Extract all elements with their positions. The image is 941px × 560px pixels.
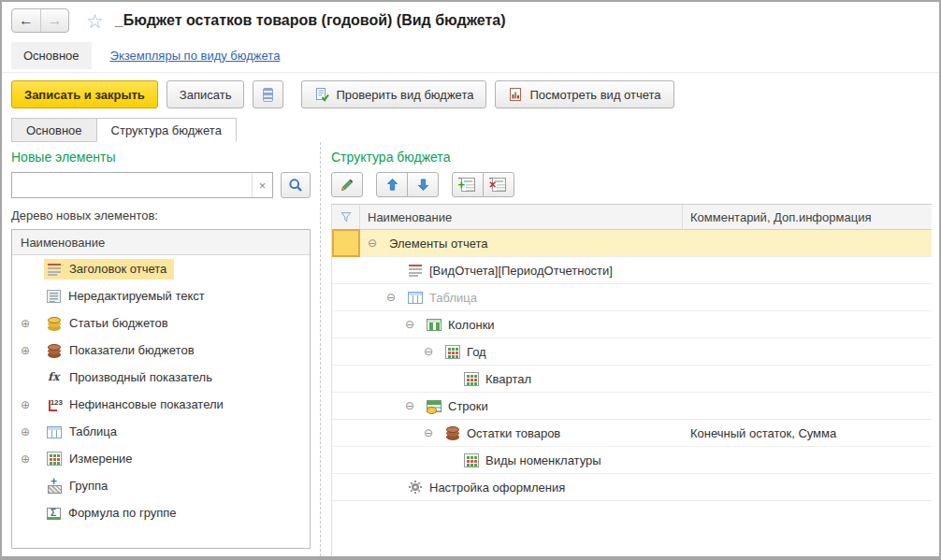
pencil-icon — [340, 178, 355, 193]
table-row[interactable]: [ВидОтчета][ПериодОтчетности] — [332, 257, 932, 284]
list-item-group[interactable]: Группа — [12, 472, 310, 499]
row-comment — [683, 257, 932, 283]
list-item-derived-indicator[interactable]: Производный показатель — [12, 364, 310, 391]
table-columns-icon — [47, 426, 62, 438]
list-item-report-header[interactable]: Заголовок отчета — [12, 255, 310, 282]
row-comment — [683, 366, 932, 392]
expand-all-button[interactable] — [452, 172, 484, 197]
table-row[interactable]: Таблица — [332, 284, 932, 311]
coins-brown-icon — [47, 343, 62, 358]
expand-plus-icon[interactable] — [21, 452, 44, 466]
coins-gold-icon — [47, 316, 62, 331]
row-label: Строки — [448, 399, 488, 413]
favorite-star-icon[interactable]: ☆ — [86, 11, 104, 31]
group-icon — [47, 479, 62, 494]
table-row[interactable]: Виды номенклатуры — [332, 447, 932, 474]
item-label: Формула по группе — [68, 506, 177, 520]
row-indicator-cell — [332, 311, 360, 337]
row-comment: Конечный остаток, Сумма — [683, 420, 932, 446]
list-item-group-formula[interactable]: Формула по группе — [12, 499, 310, 526]
clear-search-icon[interactable]: × — [252, 173, 272, 197]
table-row[interactable]: Элементы отчета — [332, 230, 932, 257]
table-row[interactable]: Настройка оформления — [332, 474, 932, 501]
item-label: Показатели бюджетов — [69, 343, 195, 357]
collapse-minus-icon[interactable] — [424, 345, 439, 358]
tree-column-header[interactable]: Наименование — [12, 230, 310, 255]
view-report-form-button[interactable]: Посмотреть вид отчета — [495, 80, 673, 108]
move-down-button[interactable] — [407, 172, 439, 197]
command-bar: Записать и закрыть Записать Проверить ви… — [2, 73, 939, 116]
list-item-table[interactable]: Таблица — [12, 418, 310, 445]
section-nav-bar: Основное Экземпляры по виду бюджета — [2, 39, 939, 73]
funnel-icon — [340, 210, 353, 223]
item-label: Производный показатель — [69, 370, 212, 384]
table-row[interactable]: Остатки товаров Конечный остаток, Сумма — [332, 420, 932, 447]
row-comment — [683, 474, 932, 500]
expand-plus-icon[interactable] — [21, 425, 44, 438]
dimension-grid-icon — [47, 452, 62, 466]
new-elements-title: Новые элементы — [11, 150, 311, 165]
row-label: Виды номенклатуры — [485, 453, 601, 467]
tab-main[interactable]: Основное — [11, 118, 97, 142]
search-input[interactable] — [12, 173, 252, 197]
collapse-all-button[interactable] — [483, 172, 514, 197]
table-row[interactable]: Квартал — [332, 366, 932, 393]
search-button[interactable] — [281, 172, 311, 198]
collapse-minus-icon[interactable] — [405, 399, 420, 412]
row-label: Настройка оформления — [429, 481, 565, 495]
list-item-budget-indicators[interactable]: Показатели бюджетов — [12, 337, 310, 364]
table-row[interactable]: Колонки — [332, 311, 932, 338]
row-label: Остатки товаров — [467, 426, 560, 440]
filter-header-cell[interactable] — [332, 205, 360, 229]
section-main[interactable]: Основное — [11, 42, 92, 69]
save-button[interactable]: Записать — [166, 80, 245, 108]
search-field: × — [11, 172, 273, 198]
expand-plus-icon[interactable] — [21, 317, 44, 330]
row-label: Год — [467, 345, 486, 359]
table-row[interactable]: Строки — [332, 393, 932, 420]
panel-splitter[interactable] — [311, 142, 331, 556]
structure-toolbar — [331, 172, 932, 197]
page-tab-bar: Основное Структура бюджета — [2, 118, 939, 142]
move-up-button[interactable] — [376, 172, 408, 197]
row-indicator-cell — [332, 338, 360, 365]
list-item-static-text[interactable]: Нередактируемый текст — [12, 282, 310, 309]
collapse-minus-icon[interactable] — [386, 291, 401, 304]
check-budget-view-button[interactable]: Проверить вид бюджета — [301, 80, 486, 108]
budget-structure-panel: Структура бюджета — [331, 142, 939, 556]
records-list-button[interactable] — [253, 80, 283, 108]
row-indicator-cell — [332, 447, 360, 473]
row-comment — [683, 338, 932, 365]
item-label: Нередактируемый текст — [68, 289, 205, 303]
column-header-name[interactable]: Наименование — [360, 205, 683, 229]
row-label: Таблица — [429, 291, 477, 305]
list-item-budget-articles[interactable]: Статьи бюджетов — [12, 309, 310, 337]
column-header-comment[interactable]: Комментарий, Доп.информация — [683, 205, 932, 229]
tab-budget-structure[interactable]: Структура бюджета — [96, 118, 237, 142]
expand-all-icon — [461, 178, 475, 192]
content-area: Новые элементы × Дерево новых элементов:… — [2, 142, 939, 556]
report-header-icon — [47, 262, 62, 277]
save-and-close-button[interactable]: Записать и закрыть — [11, 80, 158, 108]
forward-button[interactable]: → — [40, 9, 68, 32]
coins-brown-icon — [445, 425, 460, 440]
table-green-icon — [427, 319, 442, 331]
section-link-instances[interactable]: Экземпляры по виду бюджета — [110, 49, 281, 63]
expand-plus-icon[interactable] — [21, 344, 44, 357]
list-item-nonfinancial-indicators[interactable]: Нефинансовые показатели — [12, 391, 310, 418]
list-item-dimension[interactable]: Измерение — [12, 445, 310, 472]
report-header-icon — [408, 263, 423, 278]
collapse-minus-icon[interactable] — [405, 318, 420, 331]
dimension-grid-icon — [464, 453, 479, 467]
table-columns-icon — [408, 292, 423, 304]
item-label: Заголовок отчета — [69, 262, 166, 276]
table-header-row: Наименование Комментарий, Доп.информация — [332, 205, 932, 230]
new-elements-panel: Новые элементы × Дерево новых элементов:… — [2, 142, 311, 556]
back-button[interactable]: ← — [12, 9, 40, 32]
table-row[interactable]: Год — [332, 338, 932, 366]
edit-button[interactable] — [331, 172, 363, 197]
expand-plus-icon[interactable] — [21, 398, 44, 411]
collapse-minus-icon[interactable] — [424, 426, 439, 439]
collapse-minus-icon[interactable] — [368, 237, 383, 250]
document-check-icon — [314, 87, 329, 102]
